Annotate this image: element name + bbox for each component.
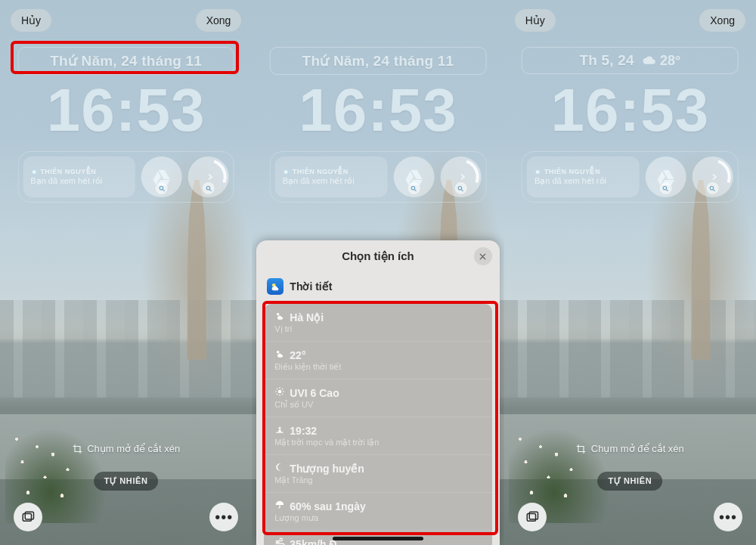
crop-hint: Chụm mở để cắt xén xyxy=(576,443,684,454)
date-text: Thứ Năm, 24 tháng 11 xyxy=(302,53,454,69)
svg-line-7 xyxy=(414,189,416,190)
svg-line-21 xyxy=(277,394,277,395)
widget-row[interactable]: THIÊN NGUYỄN Bạn đã xem hết rồi xyxy=(270,151,487,203)
svg-point-22 xyxy=(279,430,282,433)
cancel-button[interactable]: Hủy xyxy=(515,9,556,32)
message-widget[interactable]: THIÊN NGUYỄN Bạn đã xem hết rồi xyxy=(23,156,135,197)
photos-icon xyxy=(21,510,35,524)
svg-rect-30 xyxy=(529,512,538,519)
umbrella-icon xyxy=(274,500,285,512)
clock[interactable]: 16:53 xyxy=(0,76,252,145)
svg-point-11 xyxy=(277,313,280,316)
message-body: Bạn đã xem hết rồi xyxy=(534,176,632,186)
phone-screen-1: Hủy Xong Thứ Năm, 24 tháng 11 16:53 THIÊ… xyxy=(0,0,252,545)
message-from: THIÊN NGUYỄN xyxy=(283,168,380,175)
svg-line-9 xyxy=(461,189,463,190)
svg-point-13 xyxy=(278,390,282,394)
svg-line-19 xyxy=(282,394,283,395)
message-from: THIÊN NGUYỄN xyxy=(534,168,632,175)
svg-point-8 xyxy=(458,186,462,190)
drive-widget[interactable] xyxy=(141,156,182,197)
inline-weather-widget[interactable]: 28° xyxy=(642,53,680,69)
message-body: Bạn đã xem hết rồi xyxy=(30,176,128,186)
mini-search-icon xyxy=(707,182,719,194)
mini-search-icon xyxy=(454,182,466,194)
message-body: Bạn đã xem hết rồi xyxy=(283,176,380,186)
svg-point-24 xyxy=(277,463,284,470)
sheet-header: Chọn tiện ích xyxy=(256,240,499,272)
widget-option[interactable]: 60% sau 1ngàyLượng mưa xyxy=(264,492,491,530)
sunrise-icon xyxy=(274,424,285,437)
photos-button[interactable] xyxy=(14,503,42,531)
svg-point-27 xyxy=(711,186,714,190)
mini-search-icon xyxy=(156,182,168,194)
cloud-sun-icon xyxy=(274,311,285,324)
cancel-button[interactable]: Hủy xyxy=(11,9,51,32)
svg-point-6 xyxy=(411,186,415,190)
date-widget[interactable]: Thứ Năm, 24 tháng 11 xyxy=(17,47,234,75)
style-pill[interactable]: TỰ NHIÊN xyxy=(597,472,662,491)
date-text: Th 5, 24 xyxy=(580,52,634,69)
svg-line-18 xyxy=(277,389,277,389)
crop-icon xyxy=(576,444,587,454)
home-indicator xyxy=(333,537,423,540)
svg-point-2 xyxy=(206,186,210,190)
done-button[interactable]: Xong xyxy=(699,9,745,32)
widget-option-list: Hà NộiVị trí22°Điều kiện thời tiếtUVI 6 … xyxy=(264,304,491,545)
svg-line-26 xyxy=(667,189,668,190)
svg-line-20 xyxy=(282,389,283,389)
date-widget[interactable]: Th 5, 24 28° xyxy=(522,47,739,74)
date-widget[interactable]: Thứ Năm, 24 tháng 11 xyxy=(270,47,487,75)
drive-widget[interactable] xyxy=(646,156,686,197)
mini-search-icon xyxy=(407,182,420,194)
widget-option[interactable]: UVI 6 CaoChỉ số UV xyxy=(264,379,491,416)
cloud-sun-icon xyxy=(274,348,285,361)
mini-search-icon xyxy=(203,182,215,194)
widget-option[interactable]: 22°Điều kiện thời tiết xyxy=(264,341,491,379)
message-from: THIÊN NGUYỄN xyxy=(30,168,128,175)
more-button[interactable]: ••• xyxy=(714,503,742,531)
photos-icon xyxy=(525,510,539,524)
date-text: Thứ Năm, 24 tháng 11 xyxy=(50,53,202,69)
close-button[interactable] xyxy=(474,247,492,265)
style-pill[interactable]: TỰ NHIÊN xyxy=(94,472,159,491)
widget-picker-sheet: Chọn tiện ích Thời tiết Hà NộiVị trí22°Đ… xyxy=(256,240,499,545)
sheet-title: Chọn tiện ích xyxy=(342,249,414,263)
more-button[interactable]: ••• xyxy=(209,503,238,531)
drive-widget[interactable] xyxy=(393,156,434,197)
clock[interactable]: 16:53 xyxy=(504,76,756,145)
clock[interactable]: 16:53 xyxy=(252,76,503,145)
message-widget[interactable]: THIÊN NGUYỄN Bạn đã xem hết rồi xyxy=(275,156,388,197)
svg-rect-4 xyxy=(23,514,31,522)
svg-line-3 xyxy=(209,189,211,190)
svg-point-0 xyxy=(160,186,163,190)
widget-row[interactable]: THIÊN NGUYỄN Bạn đã xem hết rồi xyxy=(522,151,739,203)
sun-icon xyxy=(274,386,285,399)
svg-point-12 xyxy=(277,351,280,354)
crop-hint: Chụm mở để cắt xén xyxy=(72,443,180,454)
wind-icon xyxy=(274,537,285,545)
moon-icon xyxy=(274,462,285,475)
sheet-section: Thời tiết xyxy=(256,272,499,301)
widget-option[interactable]: Thượng huyềnMặt Trăng xyxy=(264,454,491,492)
mini-search-icon xyxy=(660,182,672,194)
shortcut-widget[interactable] xyxy=(440,156,481,197)
message-widget[interactable]: THIÊN NGUYỄN Bạn đã xem hết rồi xyxy=(527,156,640,197)
svg-point-25 xyxy=(664,186,668,190)
shortcut-widget[interactable] xyxy=(692,156,733,197)
weather-app-icon xyxy=(267,278,284,295)
svg-rect-5 xyxy=(25,512,33,519)
widget-row[interactable]: THIÊN NGUYỄN Bạn đã xem hết rồi xyxy=(17,151,234,203)
svg-rect-29 xyxy=(527,514,535,522)
close-icon xyxy=(479,252,487,261)
cloud-icon xyxy=(642,54,657,67)
phone-screen-2: Thứ Năm, 24 tháng 11 16:53 THIÊN NGUYỄN … xyxy=(252,0,503,545)
photos-button[interactable] xyxy=(518,503,547,531)
shortcut-widget[interactable] xyxy=(188,156,229,197)
svg-line-1 xyxy=(163,189,164,190)
widget-option[interactable]: 19:32Mặt trời mọc và mặt trời lặn xyxy=(264,416,491,454)
svg-line-28 xyxy=(714,189,715,190)
done-button[interactable]: Xong xyxy=(196,9,242,32)
widget-option[interactable]: Hà NộiVị trí xyxy=(264,304,491,341)
phone-screen-3: Hủy Xong Th 5, 24 28° 16:53 THIÊN NGUYỄN… xyxy=(504,0,756,545)
